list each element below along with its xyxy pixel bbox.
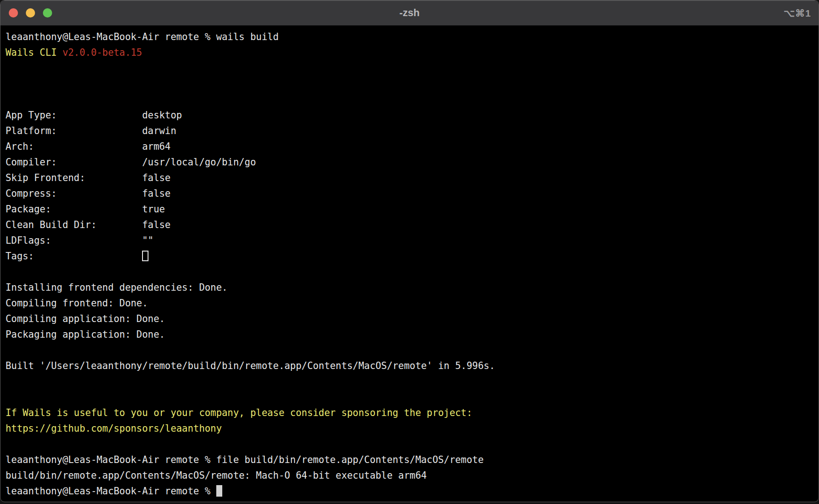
terminal-line: LDFlags: ""	[6, 233, 813, 248]
terminal-line: Packaging application: Done.	[6, 327, 813, 342]
terminal-text: LDFlags: ""	[6, 235, 154, 246]
terminal-text: Installing frontend dependencies: Done.	[6, 282, 227, 293]
terminal-line: Compiler: /usr/local/go/bin/go	[6, 154, 813, 170]
terminal-line: Compiling frontend: Done.	[6, 295, 813, 311]
terminal-line: Package: true	[6, 201, 813, 217]
terminal-text: Compress: false	[6, 188, 171, 199]
window-title: -zsh	[0, 7, 819, 19]
terminal-text: Compiler: /usr/local/go/bin/go	[6, 157, 256, 168]
terminal-line	[6, 342, 813, 358]
terminal-line: https://github.com/sponsors/leaanthony	[6, 421, 813, 436]
terminal-text: leaanthony@Leas-MacBook-Air remote % fil…	[6, 454, 484, 465]
terminal-text: Clean Build Dir: false	[6, 219, 171, 230]
window-shortcut-badge: ⌥⌘1	[783, 0, 811, 26]
terminal-text: Arch: arm64	[6, 141, 171, 152]
titlebar[interactable]: -zsh ⌥⌘1	[0, 0, 819, 26]
terminal-line	[6, 264, 813, 280]
terminal-line: Tags:	[6, 248, 813, 264]
terminal-text: Packaging application: Done.	[6, 329, 165, 340]
terminal-line: leaanthony@Leas-MacBook-Air remote % fil…	[6, 452, 813, 468]
terminal-text: build/bin/remote.app/Contents/MacOS/remo…	[6, 470, 427, 481]
terminal-text: Compiling frontend: Done.	[6, 298, 148, 309]
terminal-text: Package: true	[6, 204, 165, 215]
terminal-text: Tags:	[6, 251, 142, 262]
terminal-line	[6, 374, 813, 389]
terminal-text: v2.0.0-beta.15	[62, 47, 142, 58]
terminal-line: Clean Build Dir: false	[6, 217, 813, 233]
terminal-text: Platform: darwin	[6, 125, 176, 136]
terminal-text: Built '/Users/leaanthony/remote/build/bi…	[6, 360, 495, 371]
terminal-text: App Type: desktop	[6, 110, 182, 121]
terminal-text: https://github.com/sponsors/leaanthony	[6, 423, 222, 434]
terminal-text: Compiling application: Done.	[6, 313, 165, 324]
terminal-text: leaanthony@Leas-MacBook-Air remote %	[6, 486, 216, 497]
terminal-line	[6, 436, 813, 452]
terminal-text: Skip Frontend: false	[6, 172, 171, 183]
terminal-line: Installing frontend dependencies: Done.	[6, 280, 813, 295]
terminal-window: -zsh ⌥⌘1 leaanthony@Leas-MacBook-Air rem…	[0, 0, 819, 502]
terminal-line: Compiling application: Done.	[6, 311, 813, 327]
terminal-line: leaanthony@Leas-MacBook-Air remote % wai…	[6, 29, 813, 45]
terminal-line	[6, 60, 813, 76]
terminal-text: Wails CLI	[6, 47, 62, 58]
terminal-line: Skip Frontend: false	[6, 170, 813, 186]
terminal-line: Wails CLI v2.0.0-beta.15	[6, 45, 813, 60]
terminal-text: If Wails is useful to you or your compan…	[6, 407, 472, 418]
terminal-line: build/bin/remote.app/Contents/MacOS/remo…	[6, 468, 813, 483]
terminal-line	[6, 389, 813, 405]
terminal-line: Compress: false	[6, 186, 813, 201]
terminal-line	[6, 76, 813, 92]
terminal-text: leaanthony@Leas-MacBook-Air remote % wai…	[6, 31, 279, 42]
terminal-line: Arch: arm64	[6, 139, 813, 154]
terminal-line: leaanthony@Leas-MacBook-Air remote %	[6, 483, 813, 499]
terminal-output[interactable]: leaanthony@Leas-MacBook-Air remote % wai…	[0, 26, 819, 499]
terminal-line: Platform: darwin	[6, 123, 813, 139]
terminal-line: App Type: desktop	[6, 107, 813, 123]
empty-tags-box-glyph	[142, 251, 148, 261]
terminal-line	[6, 92, 813, 107]
terminal-line: If Wails is useful to you or your compan…	[6, 405, 813, 421]
terminal-cursor[interactable]	[216, 485, 222, 497]
terminal-line: Built '/Users/leaanthony/remote/build/bi…	[6, 358, 813, 374]
